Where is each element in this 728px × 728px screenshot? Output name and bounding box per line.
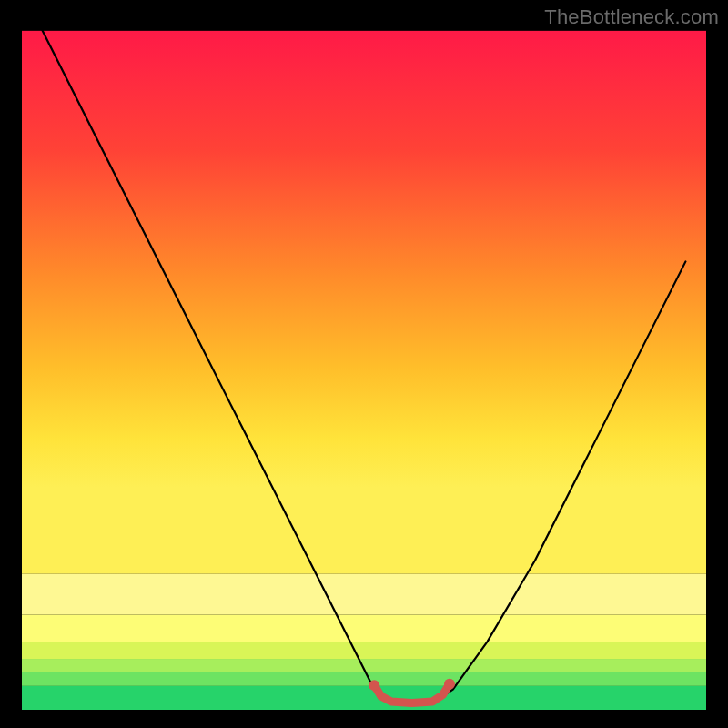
value-band (22, 642, 706, 659)
value-band (22, 672, 706, 686)
frame-bottom (0, 710, 728, 728)
frame-right (706, 0, 728, 728)
gradient-background (22, 31, 706, 574)
frame-left (0, 0, 22, 728)
value-band (22, 686, 706, 710)
value-band (22, 574, 706, 615)
value-band (22, 615, 706, 642)
optimal-range-endpoint (444, 679, 455, 690)
watermark-text: TheBottleneck.com (544, 5, 719, 29)
bottleneck-chart (0, 0, 728, 728)
chart-frame: TheBottleneck.com (0, 0, 728, 728)
optimal-range-endpoint (369, 680, 379, 691)
